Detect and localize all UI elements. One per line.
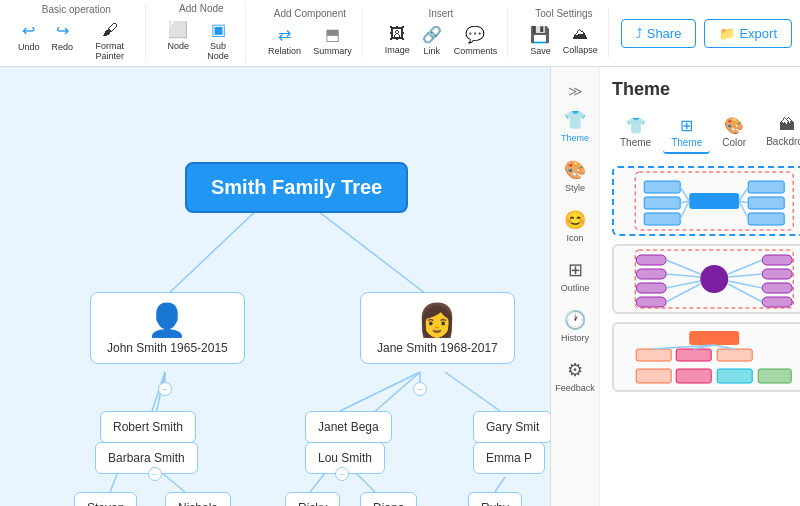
- main-area: Smith Family Tree 👤 John Smith 1965-2015…: [0, 67, 800, 506]
- svg-rect-16: [644, 181, 680, 193]
- history-side-icon: 🕐: [564, 309, 586, 331]
- style-side-icon: 🎨: [564, 159, 586, 181]
- redo-button[interactable]: ↪ Redo: [48, 19, 78, 63]
- export-button[interactable]: 📁 Export: [704, 19, 792, 48]
- svg-line-25: [739, 187, 748, 201]
- theme-card-3[interactable]: [612, 322, 800, 392]
- insert-label: Insert: [428, 8, 453, 19]
- basic-operation-group: Basic operation ↩ Undo ↪ Redo 🖌 Format P…: [8, 4, 146, 63]
- ruby-node[interactable]: Ruby: [468, 492, 522, 506]
- svg-rect-19: [748, 181, 784, 193]
- undo-icon: ↩: [22, 21, 35, 40]
- side-icons: ≫ 👕 Theme 🎨 Style 😊 Icon ⊞ Outline 🕐 His…: [551, 67, 600, 506]
- robert-smith-node[interactable]: Robert Smith: [100, 411, 196, 443]
- svg-rect-32: [636, 283, 666, 293]
- expand-jane[interactable]: −: [413, 382, 427, 396]
- theme-card-1[interactable]: [612, 166, 800, 236]
- svg-line-12: [495, 477, 505, 492]
- svg-line-42: [728, 260, 762, 274]
- collapse-icon: ⛰: [572, 25, 588, 43]
- share-button[interactable]: ⤴ Share: [621, 19, 697, 48]
- share-export-group: ⤴ Share 📁 Export: [621, 19, 792, 48]
- theme-side-button[interactable]: 👕 Theme: [551, 103, 599, 149]
- svg-rect-54: [758, 369, 791, 383]
- svg-rect-51: [636, 369, 671, 383]
- svg-line-27: [739, 201, 748, 219]
- theme-card-2[interactable]: [612, 244, 800, 314]
- gary-smith-node[interactable]: Gary Smit: [473, 411, 550, 443]
- expand-lou[interactable]: −: [335, 467, 349, 481]
- relation-button[interactable]: ⇄ Relation: [264, 23, 305, 58]
- image-button[interactable]: 🖼 Image: [381, 23, 414, 58]
- female-icon: 👩: [377, 301, 498, 339]
- svg-rect-31: [636, 269, 666, 279]
- add-component-group: Add Component ⇄ Relation ⬒ Summary: [258, 8, 363, 58]
- share-icon: ⤴: [636, 26, 643, 41]
- male-icon: 👤: [107, 301, 228, 339]
- svg-line-0: [165, 205, 262, 297]
- tab-backdrop-icon: 🏔: [779, 116, 795, 134]
- tab-theme-icon-icon: 👕: [626, 116, 646, 135]
- canvas[interactable]: Smith Family Tree 👤 John Smith 1965-2015…: [0, 67, 550, 506]
- barbara-smith-node[interactable]: Barbara Smith: [95, 442, 198, 474]
- john-smith-node[interactable]: 👤 John Smith 1965-2015: [90, 292, 245, 364]
- export-icon: 📁: [719, 26, 735, 41]
- svg-rect-21: [748, 213, 784, 225]
- icon-side-icon: 😊: [564, 209, 586, 231]
- janet-bega-node[interactable]: Janet Bega: [305, 411, 392, 443]
- expand-john[interactable]: −: [158, 382, 172, 396]
- tab-color-icon: 🎨: [724, 116, 744, 135]
- svg-line-1: [310, 205, 430, 297]
- toolbar: Basic operation ↩ Undo ↪ Redo 🖌 Format P…: [0, 0, 800, 67]
- svg-line-6: [340, 372, 420, 411]
- expand-barbara[interactable]: −: [148, 467, 162, 481]
- comments-button[interactable]: 💬 Comments: [450, 23, 502, 58]
- add-component-label: Add Component: [274, 8, 346, 19]
- comments-icon: 💬: [465, 25, 485, 44]
- svg-rect-15: [689, 193, 739, 209]
- tab-theme[interactable]: ⊞ Theme: [663, 112, 710, 154]
- root-node[interactable]: Smith Family Tree: [185, 162, 408, 213]
- tab-backdrop[interactable]: 🏔 Backdrop: [758, 112, 800, 154]
- emma-node[interactable]: Emma P: [473, 442, 545, 474]
- feedback-side-button[interactable]: ⚙ Feedback: [551, 353, 599, 399]
- style-side-button[interactable]: 🎨 Style: [551, 153, 599, 199]
- svg-rect-47: [689, 331, 739, 345]
- ricky-node[interactable]: Ricky: [285, 492, 340, 506]
- node-button[interactable]: ⬜ Node: [164, 18, 194, 63]
- svg-rect-53: [717, 369, 752, 383]
- link-icon: 🔗: [422, 25, 442, 44]
- theme-side-icon: 👕: [564, 109, 586, 131]
- history-side-button[interactable]: 🕐 History: [551, 303, 599, 349]
- basic-operation-label: Basic operation: [42, 4, 111, 15]
- undo-button[interactable]: ↩ Undo: [14, 19, 44, 63]
- tab-theme-icon[interactable]: 👕 Theme: [612, 112, 659, 154]
- right-panel: ≫ 👕 Theme 🎨 Style 😊 Icon ⊞ Outline 🕐 His…: [550, 67, 800, 506]
- svg-line-39: [666, 274, 700, 277]
- sub-node-button[interactable]: ▣ Sub Node: [197, 18, 239, 63]
- insert-group: Insert 🖼 Image 🔗 Link 💬 Comments: [375, 8, 509, 58]
- svg-rect-20: [748, 197, 784, 209]
- steven-node[interactable]: Steven: [74, 492, 137, 506]
- tab-color[interactable]: 🎨 Color: [714, 112, 754, 154]
- tab-theme-grid-icon: ⊞: [680, 116, 693, 135]
- diana-node[interactable]: Diana: [360, 492, 417, 506]
- svg-rect-48: [636, 349, 671, 361]
- svg-rect-34: [762, 255, 792, 265]
- summary-button[interactable]: ⬒ Summary: [309, 23, 356, 58]
- collapse-panel-button[interactable]: ≫: [568, 83, 583, 99]
- save-icon: 💾: [530, 25, 550, 44]
- link-button[interactable]: 🔗 Link: [418, 23, 446, 58]
- svg-rect-50: [717, 349, 752, 361]
- nichole-node[interactable]: Nichole: [165, 492, 231, 506]
- collapse-button[interactable]: ⛰ Collapse: [559, 23, 602, 58]
- svg-line-10: [445, 372, 500, 411]
- save-button[interactable]: 💾 Save: [526, 23, 555, 58]
- svg-point-29: [700, 265, 728, 293]
- jane-smith-node[interactable]: 👩 Jane Smith 1968-2017: [360, 292, 515, 364]
- icon-side-button[interactable]: 😊 Icon: [551, 203, 599, 249]
- svg-rect-35: [762, 269, 792, 279]
- outline-side-button[interactable]: ⊞ Outline: [551, 253, 599, 299]
- format-painter-button[interactable]: 🖌 Format Painter: [81, 19, 139, 63]
- svg-rect-18: [644, 213, 680, 225]
